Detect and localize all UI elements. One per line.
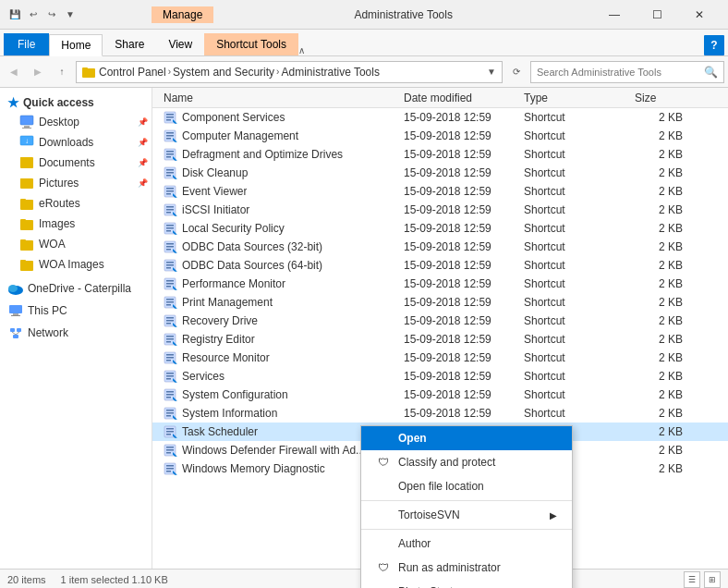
refresh-button[interactable]: ⟳ bbox=[506, 62, 527, 82]
undo-icon[interactable]: ↩ bbox=[26, 7, 41, 22]
redo-icon[interactable]: ↪ bbox=[44, 7, 59, 22]
sidebar-item-pictures[interactable]: Pictures 📌 bbox=[0, 173, 152, 193]
tab-file[interactable]: File bbox=[4, 33, 49, 55]
svg-rect-110 bbox=[166, 410, 174, 411]
window-controls: — ☐ ✕ bbox=[593, 0, 721, 30]
file-row[interactable]: iSCSI Initiator 15-09-2018 12:59 Shortcu… bbox=[152, 201, 728, 219]
file-size: 2 KB bbox=[631, 407, 686, 420]
title-bar: 💾 ↩ ↪ ▼ Manage Administrative Tools — ☐ … bbox=[0, 0, 728, 30]
tab-shortcut-tools[interactable]: Shortcut Tools bbox=[204, 33, 298, 55]
file-date: 15-09-2018 12:59 bbox=[400, 388, 520, 401]
tab-view[interactable]: View bbox=[156, 33, 204, 55]
file-row[interactable]: Defragment and Optimize Drives 15-09-201… bbox=[152, 145, 728, 164]
svg-rect-35 bbox=[166, 132, 174, 134]
svg-rect-60 bbox=[166, 225, 174, 227]
context-menu-item-pin-to-start[interactable]: Pin to Start bbox=[361, 580, 572, 588]
svg-rect-16 bbox=[20, 239, 26, 242]
file-date: 15-09-2018 12:59 bbox=[400, 185, 520, 198]
svg-rect-8 bbox=[20, 157, 26, 160]
large-icons-view-button[interactable]: ⊞ bbox=[704, 571, 721, 588]
sidebar-item-this-pc[interactable]: This PC bbox=[0, 300, 152, 321]
file-row[interactable]: Local Security Policy 15-09-2018 12:59 S… bbox=[152, 219, 728, 238]
file-row[interactable]: Services 15-09-2018 12:59 Shortcut 2 KB bbox=[152, 367, 728, 386]
file-row[interactable]: ODBC Data Sources (32-bit) 15-09-2018 12… bbox=[152, 238, 728, 256]
col-header-name[interactable]: Name bbox=[160, 88, 400, 108]
search-icon: 🔍 bbox=[704, 66, 718, 79]
file-row[interactable]: System Configuration 15-09-2018 12:59 Sh… bbox=[152, 386, 728, 404]
sidebar-item-desktop[interactable]: Desktop 📌 bbox=[0, 112, 152, 132]
svg-rect-56 bbox=[166, 209, 174, 211]
file-row[interactable]: System Information 15-09-2018 12:59 Shor… bbox=[152, 404, 728, 423]
images-icon bbox=[18, 215, 35, 232]
search-box[interactable]: 🔍 bbox=[530, 61, 724, 83]
tab-home[interactable]: Home bbox=[49, 34, 103, 56]
file-row[interactable]: ODBC Data Sources (64-bit) 15-09-2018 12… bbox=[152, 256, 728, 275]
file-icon bbox=[164, 184, 178, 199]
file-icon bbox=[164, 424, 178, 439]
save-icon[interactable]: 💾 bbox=[7, 7, 22, 22]
sidebar-item-woa[interactable]: WOA bbox=[0, 234, 152, 254]
context-menu-item-open-file-location[interactable]: Open file location bbox=[361, 474, 572, 498]
sidebar-item-documents[interactable]: Documents 📌 bbox=[0, 153, 152, 173]
svg-rect-90 bbox=[166, 336, 174, 337]
sidebar-section-quick-access[interactable]: ★ Quick access bbox=[0, 92, 152, 112]
col-header-type[interactable]: Type bbox=[520, 88, 631, 108]
file-date: 15-09-2018 12:59 bbox=[400, 351, 520, 364]
help-button[interactable]: ? bbox=[704, 35, 724, 55]
file-row[interactable]: Recovery Drive 15-09-2018 12:59 Shortcut… bbox=[152, 312, 728, 330]
minimize-button[interactable]: — bbox=[593, 0, 636, 30]
sidebar-item-images[interactable]: Images bbox=[0, 214, 152, 234]
col-header-date[interactable]: Date modified bbox=[400, 88, 520, 108]
close-button[interactable]: ✕ bbox=[678, 0, 721, 30]
file-icon bbox=[164, 258, 178, 273]
file-row[interactable]: Disk Cleanup 15-09-2018 12:59 Shortcut 2… bbox=[152, 164, 728, 182]
back-button[interactable]: ◀ bbox=[4, 62, 24, 82]
col-header-size[interactable]: Size bbox=[631, 88, 686, 108]
path-system-security[interactable]: System and Security bbox=[173, 66, 274, 79]
file-row[interactable]: Event Viewer 15-09-2018 12:59 Shortcut 2… bbox=[152, 182, 728, 201]
file-name: Print Management bbox=[182, 296, 273, 309]
file-row[interactable]: Registry Editor 15-09-2018 12:59 Shortcu… bbox=[152, 330, 728, 349]
file-type: Shortcut bbox=[520, 203, 631, 216]
svg-rect-50 bbox=[166, 188, 174, 190]
sidebar-item-network[interactable]: Network bbox=[0, 323, 152, 343]
file-row[interactable]: Print Management 15-09-2018 12:59 Shortc… bbox=[152, 293, 728, 312]
file-type: Shortcut bbox=[520, 185, 631, 198]
context-menu-item-classify-and-protect[interactable]: 🛡Classify and protect bbox=[361, 450, 572, 474]
maximize-button[interactable]: ☐ bbox=[636, 0, 678, 30]
path-control-panel[interactable]: Control Panel bbox=[99, 66, 166, 79]
svg-rect-1 bbox=[82, 67, 88, 70]
svg-rect-12 bbox=[20, 199, 26, 202]
manage-tab[interactable]: Manage bbox=[152, 6, 213, 23]
file-date: 15-09-2018 12:59 bbox=[400, 296, 520, 309]
context-menu-item-author[interactable]: Author bbox=[361, 532, 572, 556]
svg-rect-126 bbox=[166, 468, 174, 470]
this-pc-icon bbox=[7, 302, 24, 319]
tab-share[interactable]: Share bbox=[103, 33, 156, 55]
file-size: 2 KB bbox=[631, 222, 686, 235]
path-dropdown-icon[interactable]: ▼ bbox=[487, 67, 496, 77]
search-input[interactable] bbox=[537, 67, 704, 78]
sidebar-item-woa-images[interactable]: WOA Images bbox=[0, 254, 152, 275]
file-row[interactable]: Component Services 15-09-2018 12:59 Shor… bbox=[152, 108, 728, 127]
up-button[interactable]: ↑ bbox=[52, 62, 72, 82]
svg-rect-23 bbox=[11, 315, 20, 316]
context-menu-item-tortoisesvn[interactable]: TortoiseSVN▶ bbox=[361, 503, 572, 527]
file-icon bbox=[164, 295, 178, 310]
dropdown-icon[interactable]: ▼ bbox=[63, 7, 78, 22]
file-row[interactable]: Resource Monitor 15-09-2018 12:59 Shortc… bbox=[152, 349, 728, 367]
file-row[interactable]: Performance Monitor 15-09-2018 12:59 Sho… bbox=[152, 275, 728, 293]
forward-button[interactable]: ▶ bbox=[28, 62, 48, 82]
sidebar-item-downloads[interactable]: ↓ Downloads 📌 bbox=[0, 132, 152, 153]
details-view-button[interactable]: ☰ bbox=[684, 571, 700, 588]
context-menu-item-run-as-administrator[interactable]: 🛡Run as administrator bbox=[361, 556, 572, 580]
path-admin-tools[interactable]: Administrative Tools bbox=[281, 66, 380, 79]
sidebar-item-eroutes[interactable]: eRoutes bbox=[0, 193, 152, 214]
woa-images-icon bbox=[18, 256, 35, 273]
address-path[interactable]: Control Panel › System and Security › Ad… bbox=[76, 61, 503, 83]
file-row[interactable]: Computer Management 15-09-2018 12:59 Sho… bbox=[152, 127, 728, 145]
sidebar-item-onedrive[interactable]: OneDrive - Caterpilla bbox=[0, 278, 152, 299]
file-name: Computer Management bbox=[182, 129, 298, 142]
ribbon-collapse-icon[interactable]: ∧ bbox=[298, 45, 305, 55]
context-menu-item-open[interactable]: Open bbox=[361, 426, 572, 450]
